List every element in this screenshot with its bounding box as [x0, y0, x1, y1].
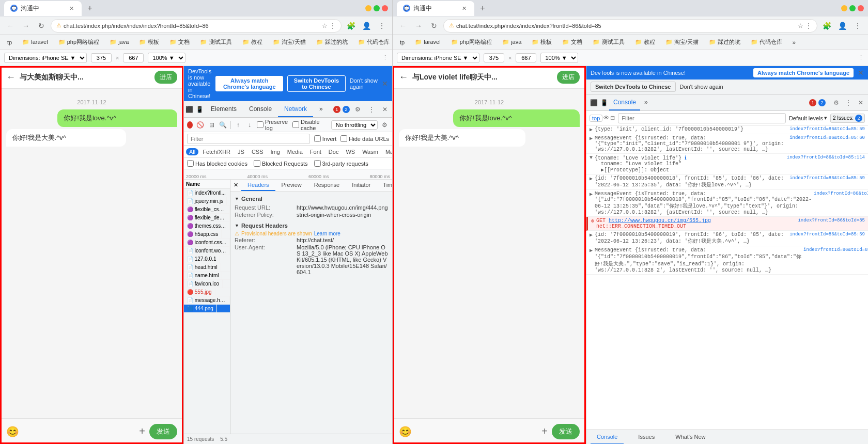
right-bookmark-php[interactable]: 📁 php网络编程: [448, 37, 495, 47]
right-maximize-button[interactable]: [849, 5, 856, 11]
right-devtools-btn3[interactable]: Don't show again: [680, 84, 723, 90]
left-chat-action-button[interactable]: 进店: [154, 71, 177, 84]
right-devtools-close-icon[interactable]: ✕: [856, 98, 866, 108]
left-devtools-btn3[interactable]: Don't show again: [350, 77, 378, 90]
left-filter-doc[interactable]: Doc: [326, 148, 342, 155]
left-hide-data-urls-checkbox[interactable]: Hide data URLs: [340, 135, 389, 142]
right-devtools-close[interactable]: ✕: [858, 69, 864, 77]
left-extensions-button[interactable]: 🧩: [345, 20, 357, 32]
left-back-button[interactable]: ←: [4, 20, 17, 32]
bookmark-java[interactable]: 📁 java: [106, 38, 132, 46]
right-bookmark-more[interactable]: »: [789, 38, 799, 46]
right-devtools-more-icon[interactable]: ⋮: [843, 98, 854, 108]
left-blocked-cookies-checkbox[interactable]: Has blocked cookies: [187, 160, 247, 167]
bookmark-star-icon[interactable]: ☆: [322, 22, 328, 29]
left-invert-checkbox[interactable]: Invert: [314, 135, 337, 142]
right-tab-close[interactable]: ✕: [460, 4, 468, 12]
right-forward-button[interactable]: →: [412, 20, 425, 32]
bookmark-laravel[interactable]: 📁 laravel: [19, 38, 51, 46]
right-bottom-whatsnew-tab[interactable]: What's New: [669, 430, 711, 445]
left-profile-button[interactable]: 👤: [360, 20, 373, 32]
left-initiator-tab[interactable]: Initiator: [346, 180, 377, 191]
left-filter-font[interactable]: Font: [307, 148, 324, 155]
right-default-levels[interactable]: Default levels ▾: [789, 115, 827, 121]
left-devtools-inspect-icon[interactable]: ⬛: [184, 104, 194, 115]
list-item[interactable]: 📄 favicon.ico: [184, 280, 230, 288]
console-source-3[interactable]: index?frontId=86&toId=85:114: [787, 155, 865, 160]
left-devtools-tab-network[interactable]: Network: [278, 101, 313, 117]
bookmark-pitfalls[interactable]: 📁 踩过的坑: [313, 37, 351, 47]
left-filter-js[interactable]: JS: [235, 148, 247, 155]
left-maximize-button[interactable]: [374, 5, 380, 11]
left-address-input[interactable]: ⚠ chat.test/index.php/index/index/index?…: [51, 19, 342, 33]
list-item[interactable]: 🟣 iconfont.css...: [184, 239, 230, 247]
right-width-input[interactable]: [484, 53, 504, 62]
right-minimize-button[interactable]: [841, 5, 847, 11]
left-settings2-icon[interactable]: ⚙: [381, 120, 389, 130]
right-height-input[interactable]: [516, 53, 536, 62]
left-timing-tab[interactable]: Timing: [377, 180, 392, 191]
left-devtools-tab-elements[interactable]: Elements: [205, 101, 243, 117]
left-blocked-requests-checkbox[interactable]: Blocked Requests: [254, 160, 308, 167]
error-link[interactable]: http://www.hwqugou.cn/img/555.jpg: [609, 218, 711, 224]
left-headers-tab[interactable]: Headers: [241, 180, 275, 191]
right-bookmark-taobao[interactable]: 📁 淘宝/天猫: [662, 37, 702, 47]
bookmark-docs[interactable]: 📁 文档: [166, 37, 193, 47]
bookmark-taobao[interactable]: 📁 淘宝/天猫: [270, 37, 309, 47]
right-bookmark-java[interactable]: 📁 java: [499, 38, 524, 46]
left-filter-css[interactable]: CSS: [249, 148, 267, 155]
left-filter-fetch[interactable]: Fetch/XHR: [199, 148, 234, 155]
left-learn-more-link[interactable]: Learn more: [314, 231, 340, 236]
left-add-button[interactable]: +: [139, 425, 145, 437]
right-issues-badge[interactable]: 2 Issues: 2: [830, 114, 865, 123]
right-bookmark-tutorials[interactable]: 📁 教程: [632, 37, 658, 47]
right-console-tab-more[interactable]: »: [640, 94, 652, 110]
list-item[interactable]: 📄 jquery.min.js: [184, 197, 230, 205]
left-zoom-select[interactable]: 100% ▼: [148, 53, 185, 63]
left-throttle-select[interactable]: No throttling: [331, 120, 378, 130]
left-device-more-button[interactable]: ⋮: [382, 54, 388, 61]
right-devtools-inspect-icon[interactable]: ⬛: [588, 98, 599, 108]
left-filter-manifest[interactable]: Manifest: [382, 148, 392, 155]
right-chat-back-button[interactable]: ←: [399, 72, 408, 83]
list-item[interactable]: 📄 127.0.0.1: [184, 255, 230, 263]
left-emoji-button[interactable]: 😊: [6, 425, 19, 438]
right-bottom-issues-tab[interactable]: Issues: [632, 430, 661, 445]
console-source-4[interactable]: index?frontId=86&toId=85:59: [789, 176, 865, 181]
right-devtools-btn2[interactable]: Switch DevTools to Chinese: [591, 82, 676, 92]
right-chat-action-button[interactable]: 进店: [557, 71, 580, 84]
bookmark-template[interactable]: 📁 模板: [136, 37, 162, 47]
left-device-select[interactable]: Dimensions: iPhone SE ▼: [4, 53, 87, 63]
bookmark-tp[interactable]: tp: [4, 38, 15, 46]
list-item[interactable]: 📄 iconfont.wof...: [184, 247, 230, 255]
left-menu-button[interactable]: ⋮: [376, 20, 388, 32]
list-item[interactable]: 🟣 flexible_deb...: [184, 214, 230, 222]
left-clear-button[interactable]: 🚫: [196, 120, 204, 130]
left-disable-cache-checkbox[interactable]: Disable cache: [292, 119, 328, 131]
console-source-8[interactable]: index?frontId=86&toId=85:60: [803, 247, 868, 252]
left-tab-close[interactable]: ✕: [67, 4, 75, 12]
left-record-button[interactable]: [187, 121, 193, 129]
left-devtools-tab-more[interactable]: »: [313, 101, 329, 117]
left-import-icon[interactable]: ↑: [234, 120, 242, 130]
right-devtools-btn1[interactable]: Always match Chrome's language: [753, 68, 854, 77]
right-device-select[interactable]: Dimensions: iPhone SE ▼: [397, 53, 479, 63]
left-devtools-tab-console[interactable]: Console: [243, 101, 278, 117]
left-forward-button[interactable]: →: [20, 20, 32, 32]
right-filter-icon[interactable]: ⊟: [610, 115, 615, 122]
bookmark-tools[interactable]: 📁 测试工具: [197, 37, 235, 47]
right-extensions-button[interactable]: 🧩: [820, 20, 833, 32]
right-zoom-select[interactable]: 100% ▼: [540, 53, 578, 63]
right-back-button[interactable]: ←: [397, 20, 409, 32]
console-source-1[interactable]: index?frontId=86&toId=85:59: [789, 126, 865, 132]
left-width-input[interactable]: [91, 53, 112, 62]
right-address-input[interactable]: ⚠ chat.test/index.php/index/index/index?…: [443, 19, 817, 33]
left-preserve-log-checkbox[interactable]: Preserve log: [257, 119, 289, 131]
right-bookmark-star-icon[interactable]: ☆: [798, 22, 803, 29]
right-bookmark-tools[interactable]: 📁 测试工具: [590, 37, 627, 47]
console-source-5[interactable]: index?frontId=86&toId=85:60: [814, 191, 868, 196]
right-devtools-mobile-icon[interactable]: 📱: [599, 98, 609, 108]
left-export-icon[interactable]: ↓: [245, 120, 254, 130]
right-bookmark-docs[interactable]: 📁 文档: [559, 37, 585, 47]
left-preview-tab[interactable]: Preview: [275, 180, 308, 191]
